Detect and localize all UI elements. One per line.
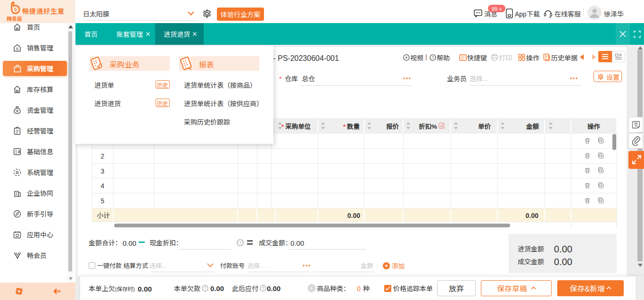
svg-text:$: $ [16,47,18,51]
svg-text:?: ? [431,55,434,60]
svg-text:?: ? [262,286,264,291]
svg-text:?: ? [204,286,206,291]
svg-text:?: ? [239,241,241,245]
